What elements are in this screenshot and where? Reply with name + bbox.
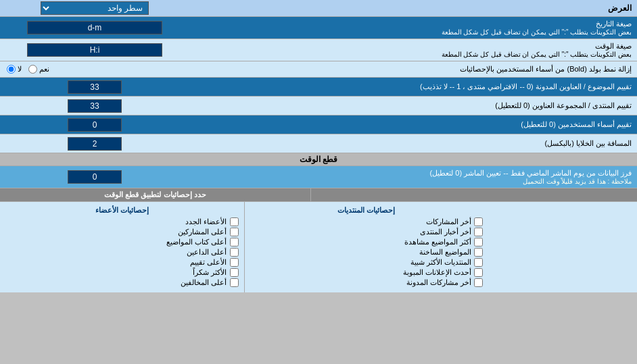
time-format-row: صيغة الوقت بعض التكوينات يتطلب ":" التي … [0, 39, 637, 61]
checkbox-item-members-0: الأعضاء الجدد [5, 217, 239, 226]
cutoff-label: فرز البيانات من يوم الماشر الماضي فقط --… [189, 166, 637, 188]
stats-header-row: حدد إحصائيات لتطبيق قطع الوقت [0, 188, 637, 202]
checkbox-item-members-2: أعلى كتاب المواضيع [5, 238, 239, 246]
checkbox-posts-3[interactable] [474, 248, 483, 257]
checkbox-posts-5[interactable] [474, 268, 483, 277]
checkbox-posts-1-label: أخر أخبار المنتدى [420, 228, 471, 236]
stats-members-title: إحصائيات الأعضاء [5, 206, 239, 215]
date-format-row: صيغة التاريخ بعض التكوينات يتطلب ":" الت… [0, 17, 637, 39]
forum-group-row: تقييم المنتدى / المجموعة العناوين (0 للت… [0, 97, 637, 115]
display-label: العرض [189, 1, 637, 15]
checkbox-posts-5-label: أحدث الإعلانات المبوبة [403, 268, 471, 277]
display-select-container[interactable]: سطر واحد سطرين ثلاثة أسطر [0, 0, 189, 16]
topics-order-label: تقييم الموضوع / العناوين المدونة (0 -- ا… [189, 80, 637, 94]
checkbox-posts-0[interactable] [474, 217, 483, 226]
cell-distance-label: المسافة بين الخلايا (بالبكسل) [189, 136, 637, 151]
checkbox-members-6[interactable] [230, 278, 239, 287]
checkbox-members-3-label: أعلى الداعين [187, 248, 227, 257]
bold-yes-radio[interactable] [28, 65, 37, 74]
checkbox-item-posts-1: أخر أخبار المنتدى [250, 228, 483, 236]
checkbox-members-0-label: الأعضاء الجدد [185, 217, 227, 226]
checkbox-item-members-4: الأعلى تقييم [5, 258, 239, 267]
checkbox-posts-2[interactable] [474, 238, 483, 246]
checkbox-posts-1[interactable] [474, 228, 483, 236]
bold-yes-label: نعم [39, 65, 49, 74]
checkbox-item-members-6: أعلى المخالفين [5, 278, 239, 287]
user-names-input[interactable] [68, 118, 122, 132]
checkbox-members-2[interactable] [230, 238, 239, 246]
stats-header-center: حدد إحصائيات لتطبيق قطع الوقت [0, 188, 311, 201]
bold-no-label: لا [18, 65, 22, 74]
stats-posts-col: إحصائيات المنتديات أخر المشاركات أخر أخب… [244, 202, 489, 292]
checkbox-item-posts-5: أحدث الإعلانات المبوبة [250, 268, 483, 277]
checkbox-members-6-label: أعلى المخالفين [181, 278, 227, 287]
display-select[interactable]: سطر واحد سطرين ثلاثة أسطر [41, 1, 149, 15]
cutoff-row: فرز البيانات من يوم الماشر الماضي فقط --… [0, 166, 637, 188]
checkbox-item-posts-4: المنتديات الأكثر شبية [250, 258, 483, 267]
checkbox-posts-4[interactable] [474, 258, 483, 267]
checkbox-item-members-5: الأكثر شكراً [5, 268, 239, 277]
user-names-row: تقييم أسماء المستخدمين (0 للتعطيل) [0, 115, 637, 134]
forum-group-input-container [0, 98, 189, 114]
cell-distance-input[interactable] [68, 137, 122, 151]
checkbox-members-0[interactable] [230, 217, 239, 226]
date-format-label: صيغة التاريخ بعض التكوينات يتطلب ":" الت… [189, 17, 637, 38]
checkbox-posts-3-label: المواضيع الساخنة [419, 248, 471, 257]
bold-names-radio-container: نعم لا [0, 63, 189, 75]
checkbox-members-1[interactable] [230, 228, 239, 236]
checkbox-members-5-label: الأكثر شكراً [193, 268, 227, 277]
checkbox-members-4-label: الأعلى تقييم [190, 258, 227, 267]
user-names-input-container [0, 117, 189, 133]
cutoff-divider: قطع الوقت [0, 153, 637, 166]
bold-yes-item: نعم [28, 65, 49, 74]
topics-order-row: تقييم الموضوع / العناوين المدونة (0 -- ا… [0, 78, 637, 97]
checkbox-members-5[interactable] [230, 268, 239, 277]
checkbox-members-3[interactable] [230, 248, 239, 257]
checkbox-members-4[interactable] [230, 258, 239, 267]
checkbox-item-posts-2: أكثر المواضيع مشاهدة [250, 238, 483, 246]
checkbox-item-posts-6: أخر مشاركات المدونة [250, 278, 483, 287]
stats-members-col: إحصائيات الأعضاء الأعضاء الجدد أعلى المش… [0, 202, 244, 292]
time-format-input-container [0, 42, 189, 58]
stats-right-col [488, 202, 637, 292]
bold-no-item: لا [7, 65, 22, 74]
time-format-input[interactable] [27, 43, 162, 57]
date-format-input[interactable] [27, 21, 162, 34]
user-names-label: تقييم أسماء المستخدمين (0 للتعطيل) [189, 118, 637, 132]
checkbox-posts-2-label: أكثر المواضيع مشاهدة [404, 238, 471, 246]
stats-posts-title: إحصائيات المنتديات [250, 206, 483, 215]
time-format-label: صيغة الوقت بعض التكوينات يتطلب ":" التي … [189, 39, 637, 61]
cell-distance-row: المسافة بين الخلايا (بالبكسل) [0, 134, 637, 153]
date-format-input-container [0, 20, 189, 36]
checkbox-posts-6-label: أخر مشاركات المدونة [406, 278, 471, 287]
checkbox-members-1-label: أعلى المشاركين [178, 228, 227, 236]
checkbox-posts-0-label: أخر المشاركات [426, 217, 471, 226]
checkbox-item-posts-0: أخر المشاركات [250, 217, 483, 226]
display-row: العرض سطر واحد سطرين ثلاثة أسطر [0, 0, 637, 17]
bold-names-label: إزالة نمط بولد (Bold) من أسماء المستخدمي… [189, 62, 637, 76]
cutoff-title: قطع الوقت [300, 155, 337, 164]
checkbox-posts-4-label: المنتديات الأكثر شبية [410, 258, 471, 267]
stats-header-right [311, 188, 637, 201]
topics-order-input-container [0, 79, 189, 95]
checkbox-posts-6[interactable] [474, 278, 483, 287]
topics-order-input[interactable] [68, 80, 122, 94]
bold-names-row: إزالة نمط بولد (Bold) من أسماء المستخدمي… [0, 61, 637, 78]
checkbox-item-members-1: أعلى المشاركين [5, 228, 239, 236]
forum-group-input[interactable] [68, 99, 122, 113]
checkbox-item-members-3: أعلى الداعين [5, 248, 239, 257]
checkbox-item-posts-3: المواضيع الساخنة [250, 248, 483, 257]
bold-no-radio[interactable] [7, 65, 16, 74]
cutoff-input[interactable] [68, 170, 122, 184]
forum-group-label: تقييم المنتدى / المجموعة العناوين (0 للت… [189, 99, 637, 113]
cell-distance-input-container [0, 136, 189, 152]
cutoff-input-container [0, 166, 189, 188]
checkbox-members-2-label: أعلى كتاب المواضيع [166, 238, 227, 246]
stats-content: إحصائيات المنتديات أخر المشاركات أخر أخب… [0, 202, 637, 292]
